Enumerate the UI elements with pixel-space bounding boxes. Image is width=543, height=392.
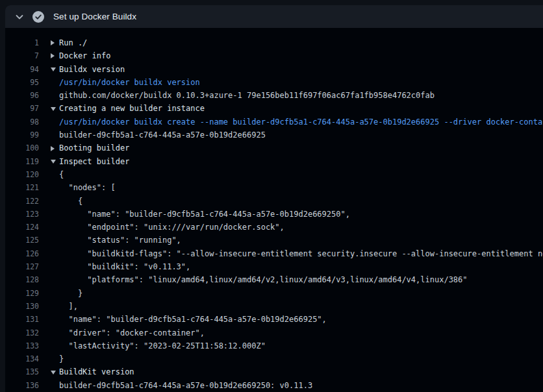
log-text: Buildx version: [59, 63, 125, 76]
log-line[interactable]: 94Buildx version: [5, 63, 543, 76]
log-text: /usr/bin/docker buildx version: [39, 76, 200, 89]
log-line: 126 "buildkitd-flags": "--allow-insecure…: [5, 247, 543, 260]
log-text: "name": "builder-d9cfb5a1-c764-445a-a57e…: [39, 208, 350, 221]
line-number-link[interactable]: 132: [5, 326, 39, 339]
log-line[interactable]: 97Creating a new builder instance: [5, 102, 543, 115]
log-line: 121 "nodes": [: [5, 181, 543, 194]
log-text: "endpoint": "unix:///var/run/docker.sock…: [39, 221, 284, 234]
line-number-link[interactable]: 1: [5, 36, 39, 49]
line-number-link[interactable]: 124: [5, 221, 39, 234]
log-line: 131 "name": "builder-d9cfb5a1-c764-445a-…: [5, 313, 543, 326]
log-text: Creating a new builder instance: [59, 102, 205, 115]
line-number-link[interactable]: 136: [5, 379, 39, 392]
line-number-link[interactable]: 7: [5, 49, 39, 62]
log-line: 99builder-d9cfb5a1-c764-445a-a57e-0b19d2…: [5, 129, 543, 141]
group-collapsed-icon[interactable]: [51, 146, 59, 151]
log-line[interactable]: 100Booting builder: [5, 141, 543, 154]
group-expanded-icon[interactable]: [51, 160, 59, 164]
log-line: 124 "endpoint": "unix:///var/run/docker.…: [5, 221, 543, 234]
step-log-panel: Set up Docker Buildx 1Run ./7Docker info…: [5, 5, 543, 392]
log-text: "platforms": "linux/amd64,linux/amd64/v2…: [39, 273, 468, 286]
log-text: Booting builder: [59, 141, 129, 154]
line-number-link[interactable]: 119: [5, 155, 39, 168]
log-line[interactable]: 1Run ./: [5, 36, 543, 49]
actions-log-page: { "header": { "title": "Set up Docker Bu…: [0, 0, 543, 392]
line-number-link[interactable]: 135: [5, 365, 39, 378]
chevron-down-icon[interactable]: [14, 12, 25, 22]
log-text: "status": "running",: [39, 234, 181, 247]
log-line: 129 }: [5, 287, 543, 300]
line-number-link[interactable]: 134: [5, 352, 39, 365]
log-text: builder-d9cfb5a1-c764-445a-a57e-0b19d2e6…: [39, 129, 266, 141]
log-text: Inspect builder: [59, 155, 129, 168]
group-expanded-icon[interactable]: [51, 371, 59, 374]
log-line[interactable]: 7Docker info: [5, 49, 543, 62]
log-line: 128 "platforms": "linux/amd64,linux/amd6…: [5, 273, 543, 286]
group-expanded-icon[interactable]: [51, 107, 59, 111]
line-number-link[interactable]: 100: [5, 141, 39, 154]
log-text: "nodes": [: [39, 181, 116, 194]
log-line: 134}: [5, 352, 543, 365]
line-number-link[interactable]: 129: [5, 287, 39, 300]
line-number-link[interactable]: 99: [5, 129, 39, 141]
line-number-link[interactable]: 130: [5, 300, 39, 313]
log-line: 136builder-d9cfb5a1-c764-445a-a57e-0b19d…: [5, 379, 543, 392]
group-collapsed-icon[interactable]: [51, 40, 59, 45]
log-text: /usr/bin/docker buildx create --name bui…: [39, 116, 543, 129]
group-collapsed-icon[interactable]: [51, 53, 59, 58]
log-text: ],: [39, 300, 78, 313]
log-line: 125 "status": "running",: [5, 234, 543, 247]
log-text: "lastActivity": "2023-02-25T11:58:12.000…: [39, 339, 266, 352]
line-number-link[interactable]: 123: [5, 208, 39, 221]
line-number-link[interactable]: 131: [5, 313, 39, 326]
step-header[interactable]: Set up Docker Buildx: [5, 5, 543, 28]
line-number-link[interactable]: 94: [5, 63, 39, 76]
log-text: {: [39, 195, 82, 208]
log-text: Docker info: [59, 49, 110, 62]
line-number-link[interactable]: 125: [5, 234, 39, 247]
log-text: github.com/docker/buildx 0.10.3+azure-1 …: [39, 89, 435, 102]
log-text: "driver": "docker-container",: [39, 326, 205, 339]
log-line: 133 "lastActivity": "2023-02-25T11:58:12…: [5, 339, 543, 352]
line-number-link[interactable]: 122: [5, 195, 39, 208]
log-line: 120{: [5, 168, 543, 181]
line-number-link[interactable]: 133: [5, 339, 39, 352]
log-text: "buildkitd-flags": "--allow-insecure-ent…: [39, 247, 543, 260]
log-text: "name": "builder-d9cfb5a1-c764-445a-a57e…: [39, 313, 327, 326]
log-line: 96github.com/docker/buildx 0.10.3+azure-…: [5, 89, 543, 102]
log-text: }: [39, 287, 82, 300]
log-line: 95/usr/bin/docker buildx version: [5, 76, 543, 89]
line-number-link[interactable]: 96: [5, 89, 39, 102]
line-number-link[interactable]: 121: [5, 181, 39, 194]
log-text: "buildkit": "v0.11.3",: [39, 260, 190, 273]
line-number-link[interactable]: 127: [5, 260, 39, 273]
log-line: 122 {: [5, 195, 543, 208]
log-line: 132 "driver": "docker-container",: [5, 326, 543, 339]
log-text: builder-d9cfb5a1-c764-445a-a57e-0b19d2e6…: [39, 379, 312, 392]
log-body: 1Run ./7Docker info94Buildx version95/us…: [5, 28, 543, 392]
log-text: BuildKit version: [59, 365, 134, 378]
log-line[interactable]: 135BuildKit version: [5, 365, 543, 378]
line-number-link[interactable]: 120: [5, 168, 39, 181]
log-line[interactable]: 119Inspect builder: [5, 155, 543, 168]
log-line: 123 "name": "builder-d9cfb5a1-c764-445a-…: [5, 208, 543, 221]
step-title: Set up Docker Buildx: [53, 12, 136, 21]
check-circle-icon: [32, 11, 44, 23]
log-text: Run ./: [59, 36, 87, 49]
log-line: 130 ],: [5, 300, 543, 313]
line-number-link[interactable]: 97: [5, 102, 39, 115]
log-text: {: [39, 168, 64, 181]
log-line: 127 "buildkit": "v0.11.3",: [5, 260, 543, 273]
line-number-link[interactable]: 95: [5, 76, 39, 89]
log-text: }: [39, 352, 64, 365]
line-number-link[interactable]: 128: [5, 273, 39, 286]
line-number-link[interactable]: 126: [5, 247, 39, 260]
group-expanded-icon[interactable]: [51, 67, 59, 71]
log-line: 98/usr/bin/docker buildx create --name b…: [5, 116, 543, 129]
line-number-link[interactable]: 98: [5, 116, 39, 129]
